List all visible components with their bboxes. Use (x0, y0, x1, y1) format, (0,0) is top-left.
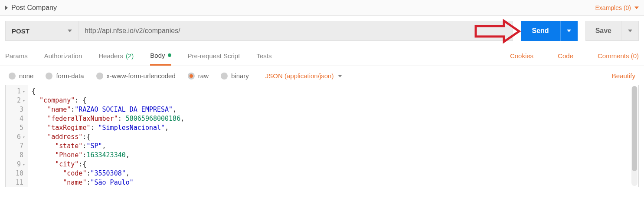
chevron-down-icon (567, 30, 571, 32)
collapse-icon[interactable] (5, 6, 8, 10)
tab-authorization[interactable]: Authorization (44, 46, 82, 66)
tab-body[interactable]: Body (150, 46, 171, 66)
editor-gutter: 1▾2▾3 4 5 6▾7 8 9▾10 11 (6, 85, 28, 187)
url-input[interactable]: http://api.nfse.io/v2/companies/ (78, 21, 513, 41)
content-type-select[interactable]: JSON (application/json) (265, 72, 343, 80)
tab-tests[interactable]: Tests (256, 46, 271, 66)
tab-headers[interactable]: Headers (2) (98, 46, 134, 66)
radio-raw[interactable]: raw (188, 72, 209, 80)
code-link[interactable]: Code (558, 52, 573, 60)
radio-icon (46, 73, 52, 80)
radio-icon (188, 73, 195, 80)
editor-code[interactable]: { "company": { "name":"RAZAO SOCIAL DA E… (28, 85, 638, 187)
method-select[interactable]: POST (5, 21, 78, 41)
url-value: http://api.nfse.io/v2/companies/ (85, 27, 180, 35)
radio-binary[interactable]: binary (221, 72, 249, 80)
chevron-down-icon (68, 30, 72, 32)
radio-icon (221, 73, 228, 80)
beautify-link[interactable]: Beautify (612, 72, 635, 80)
chevron-down-icon (628, 30, 632, 32)
body-editor[interactable]: 1▾2▾3 4 5 6▾7 8 9▾10 11 { "company": { "… (5, 85, 639, 187)
request-header: Post Company Examples (0) (0, 0, 644, 16)
tab-prerequest[interactable]: Pre-request Script (188, 46, 240, 66)
radio-icon (9, 73, 16, 80)
chevron-down-icon[interactable] (634, 7, 639, 9)
tab-params[interactable]: Params (5, 46, 28, 66)
save-dropdown[interactable] (621, 21, 639, 41)
radio-xwww[interactable]: x-www-form-urlencoded (96, 72, 176, 80)
dot-icon (168, 53, 171, 57)
method-value: POST (12, 27, 29, 35)
send-dropdown[interactable] (560, 21, 578, 41)
examples-button[interactable]: Examples (0) (595, 4, 631, 11)
scrollbar-thumb[interactable] (632, 86, 637, 171)
comments-link[interactable]: Comments (0) (598, 52, 639, 60)
chevron-down-icon (338, 75, 342, 77)
radio-icon (96, 73, 103, 80)
scrollbar[interactable] (631, 86, 637, 186)
radio-none[interactable]: none (9, 72, 33, 80)
body-type-row: none form-data x-www-form-urlencoded raw… (0, 66, 644, 85)
cookies-link[interactable]: Cookies (510, 52, 533, 60)
save-button[interactable]: Save (585, 21, 621, 41)
radio-formdata[interactable]: form-data (46, 72, 84, 80)
request-title: Post Company (11, 4, 57, 12)
send-button[interactable]: Send (521, 21, 560, 41)
arrow-annotation-icon (474, 18, 521, 44)
request-tabs: Params Authorization Headers (2) Body Pr… (0, 46, 644, 66)
